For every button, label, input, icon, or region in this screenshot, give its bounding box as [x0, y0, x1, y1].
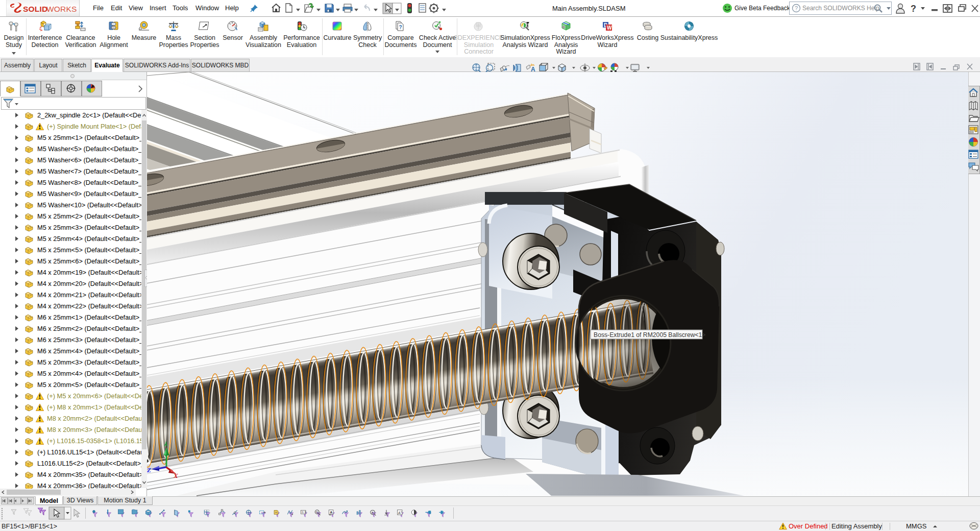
- svg-text:Boss-Extrude1 of RM2005 Ballsc: Boss-Extrude1 of RM2005 Ballscrew<1>: [594, 331, 705, 339]
- svg-text:Z: Z: [146, 466, 151, 474]
- svg-text:X: X: [173, 472, 178, 479]
